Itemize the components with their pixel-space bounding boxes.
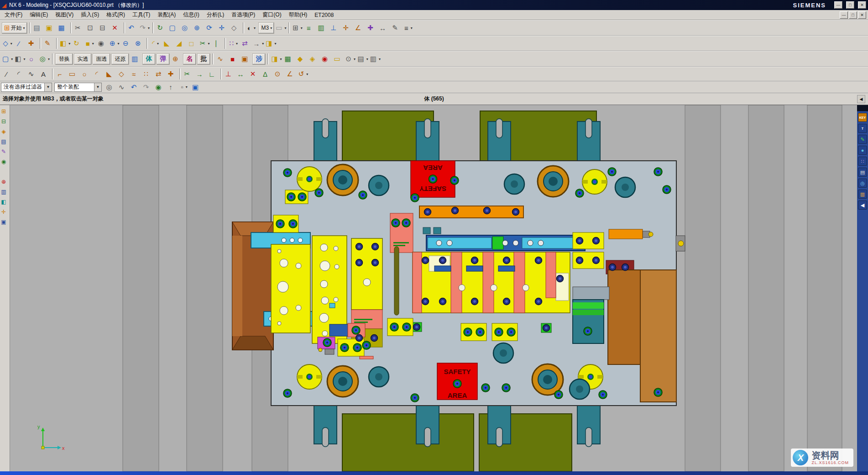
mdi-close-button[interactable]: ✕ (858, 11, 866, 19)
snap-angle-button[interactable]: ∠ (353, 22, 365, 34)
menu-information[interactable]: 信息(I) (179, 10, 203, 20)
taskbar[interactable] (0, 471, 868, 475)
left-tool-sheet[interactable]: ▤ (0, 137, 10, 146)
envelope-button[interactable]: ▭ (333, 53, 344, 65)
hide-object-button[interactable]: ○ (26, 53, 38, 65)
zoom-in-out-button[interactable]: ⊕ (193, 22, 204, 34)
datum-plane-button[interactable]: ◇▾ (2, 38, 13, 49)
assembly-cube-button[interactable]: ▣ (240, 53, 251, 65)
left-tool-fit[interactable]: ⊞ (0, 107, 10, 116)
undo-button[interactable]: ↶ (127, 22, 138, 34)
menu-file[interactable]: 文件(F) (1, 10, 26, 20)
angle-dim-button[interactable]: ∠ (285, 69, 297, 80)
block-button[interactable]: ■▾ (84, 38, 95, 49)
open-button[interactable]: ▣ (45, 22, 56, 34)
geometric-constraints-button[interactable]: ⊥ (224, 69, 235, 80)
chamfer-button[interactable]: ◣ (162, 38, 173, 49)
visible-layers-button[interactable]: ▥ (316, 22, 328, 34)
up-level-button[interactable]: ↑ (166, 81, 178, 93)
polygon-button[interactable]: ◇ (117, 69, 128, 80)
filter-face-button[interactable]: ◨▾ (271, 53, 282, 65)
selection-filter-dropdown[interactable]: 没有选择过滤器 ▼ (1, 83, 52, 92)
make-corner-button[interactable]: ∟ (207, 69, 219, 80)
resource-tab-sphere[interactable]: ● (858, 146, 867, 155)
camera-group-button[interactable]: ▥▾ (370, 53, 381, 65)
select-scope-button[interactable]: ∿ (117, 81, 128, 93)
lock-button[interactable]: ◈ (308, 53, 319, 65)
copy-button[interactable]: ⊡ (86, 22, 97, 34)
left-tool-wcs[interactable]: ◈ (0, 127, 10, 136)
synchronous-modeling-button[interactable]: ◨▾ (265, 38, 277, 49)
edge-blend-button[interactable]: ◜▾ (150, 38, 161, 49)
gear-group-button[interactable]: ⊙▾ (345, 53, 356, 65)
cad-viewport-canvas[interactable]: SAFETY AREA SAFETY AREA (10, 105, 857, 471)
fit-window-button[interactable]: ▢ (168, 22, 179, 34)
resource-tab-pencil[interactable]: ✎ (858, 135, 867, 144)
resource-tab-key[interactable]: KEY (858, 113, 867, 122)
auto-dimension-button[interactable]: ↔ (236, 69, 247, 80)
menu-help[interactable]: 帮助(H) (285, 10, 311, 20)
datum-axis-button[interactable]: ∕ (14, 38, 26, 49)
offset-curve-button[interactable]: ≈ (129, 69, 141, 80)
interference-button[interactable]: 涉 (252, 53, 266, 65)
split-body-button[interactable]: ∣ (211, 38, 223, 49)
m3-view-button[interactable]: M3▾ (258, 22, 275, 34)
left-tool-sketch[interactable]: ✎ (0, 147, 10, 156)
palette-button[interactable]: ▦ (283, 53, 295, 65)
resource-tab-text[interactable]: T (858, 124, 867, 133)
pan-view-button[interactable]: ✛ (217, 22, 229, 34)
circle-snap-button[interactable]: ⊙ (273, 69, 284, 80)
redo-button[interactable]: ↷▾ (139, 22, 151, 34)
subtract-button[interactable]: ⊖ (121, 38, 132, 49)
mdi-restore-button[interactable]: □ (849, 11, 857, 19)
menu-analysis[interactable]: 分析(L) (203, 10, 228, 20)
wcs-orient-button[interactable]: ⊥ (329, 22, 340, 34)
left-tool-point[interactable]: ◉ (0, 157, 10, 166)
snap-toggle-button[interactable]: ◎ (105, 81, 116, 93)
new-file-button[interactable]: ▤ (32, 22, 44, 34)
perspective-button[interactable]: ◇ (230, 22, 241, 34)
sketch-fillet-button[interactable]: ◜ (92, 69, 104, 80)
edit-object-display-button[interactable]: ✎ (390, 22, 402, 34)
pattern-curve-button[interactable]: ∷ (141, 69, 153, 80)
left-tool-shade[interactable]: ◧ (0, 197, 10, 206)
menu-et2008[interactable]: ET2008 (311, 11, 337, 19)
line-width-button[interactable]: ≡▾ (403, 22, 414, 34)
move-object-button[interactable]: →▾ (252, 38, 264, 49)
resource-tab-chart[interactable]: ▥ (858, 190, 867, 199)
pattern-feature-button[interactable]: ∷▾ (228, 38, 239, 49)
shell-button[interactable]: □ (187, 38, 198, 49)
spring-tool-button[interactable]: 弹 (157, 53, 170, 65)
rename-plus-button[interactable]: ⊕ (171, 53, 182, 65)
minimize-button[interactable]: — (834, 1, 842, 9)
sketch-button[interactable]: ✎ (43, 38, 54, 49)
show-constraints-button[interactable]: ∆ (261, 69, 272, 80)
point-button[interactable]: ✚ (26, 38, 38, 49)
face-translucent-button[interactable]: 面透 (93, 53, 110, 65)
hole-button[interactable]: ◉ (96, 38, 108, 49)
quick-trim-button[interactable]: ✂ (183, 69, 194, 80)
selection-scope-dropdown[interactable]: 整个装配 ▼ (54, 83, 102, 92)
batch-button[interactable]: 批 (197, 53, 210, 65)
menu-insert[interactable]: 插入(S) (77, 10, 103, 20)
views-group-button[interactable]: ▤▾ (357, 53, 369, 65)
column-chart-button[interactable]: ▥ (130, 53, 141, 65)
intersection-point-button[interactable]: ✚ (166, 69, 178, 80)
line-button[interactable]: ∕ (2, 69, 13, 80)
menu-assemblies[interactable]: 装配(A) (154, 10, 179, 20)
extrude-button[interactable]: ◧▾ (59, 38, 71, 49)
menu-window[interactable]: 窗口(O) (259, 10, 285, 20)
section-view-button[interactable]: ◧▾ (14, 53, 26, 65)
render-style-button[interactable]: ◐▾ (246, 22, 257, 34)
spline-button[interactable]: ∿ (26, 69, 38, 80)
menu-format[interactable]: 格式(R) (103, 10, 129, 20)
undo-selection-button[interactable]: ↶ (129, 81, 141, 93)
save-button[interactable]: ▦ (57, 22, 68, 34)
trim-body-button[interactable]: ✂▾ (199, 38, 210, 49)
resource-tab-sheet[interactable]: ▤ (858, 168, 867, 177)
prompt-collapse-button[interactable]: ◀ (857, 95, 865, 103)
text-tool-button[interactable]: A (39, 69, 50, 80)
body-display-button[interactable]: 体 (142, 53, 156, 65)
left-tool-cube[interactable]: ▣ (0, 217, 10, 227)
cycle-button[interactable]: ↺▾ (298, 69, 309, 80)
